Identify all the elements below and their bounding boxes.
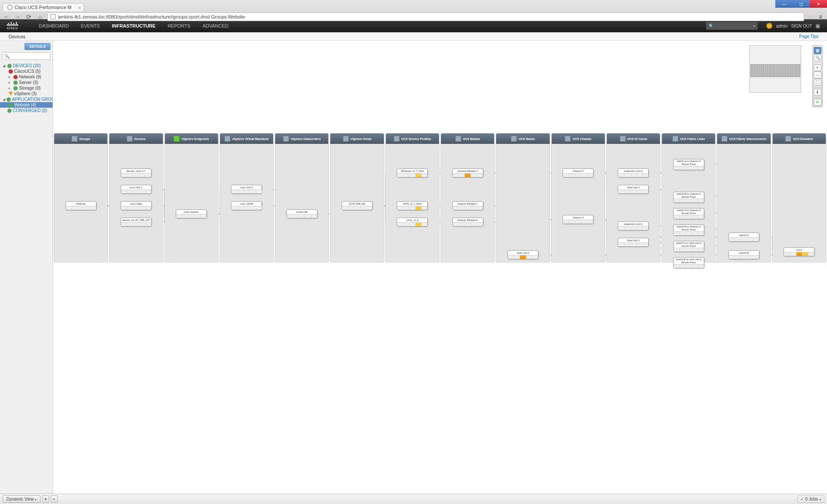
topology-node[interactable]: Austin-lab [286, 209, 317, 218]
topology-node[interactable]: chassis-4/blade-7 [452, 168, 483, 177]
username[interactable]: admin [776, 24, 787, 28]
signout-icon[interactable]: ▣ [815, 23, 820, 29]
topology-node[interactable]: device_10_87_208_167 [121, 218, 152, 227]
window-minimize[interactable]: — [775, 0, 793, 8]
column-body: rack-unit-2 [496, 144, 549, 262]
topology-node[interactable]: ucs1-rls1-1 [231, 185, 262, 194]
export-icon[interactable]: ⬇ [814, 89, 821, 96]
node-status-pills [453, 222, 483, 226]
topology-node[interactable]: switch-B to rack-unit-2 Server Ports [673, 257, 704, 268]
tab-close-icon[interactable]: × [78, 5, 81, 10]
topology-node[interactable]: expansion-slot-1 [618, 221, 649, 230]
tree-vsphere[interactable]: vSphere (3) [2, 91, 51, 96]
topology-node[interactable]: fixed-slot-1 [618, 238, 649, 247]
nav-reports[interactable]: REPORTS [168, 23, 190, 28]
add-button[interactable]: + [42, 495, 49, 503]
topology-node[interactable]: chassis-3/blade-7 [452, 201, 483, 210]
topology-node[interactable]: switch-B [728, 250, 759, 259]
window-close[interactable]: ✕ [810, 0, 827, 8]
column-header: UCS Fabric Links [662, 134, 715, 144]
topology-node[interactable]: device_ucs1-4-7 [121, 168, 152, 177]
signout-link[interactable]: SIGN OUT [791, 24, 812, 28]
fit-icon[interactable]: ⛶ [814, 79, 821, 86]
view-selector[interactable]: Dynamic View ▾ [3, 495, 40, 503]
topology-node[interactable]: switch-A to chassis-4 Server Ports [673, 159, 704, 170]
node-status-pills [176, 214, 206, 218]
topology-node[interactable]: ucs1-16GB [231, 201, 262, 210]
nav-infrastructure[interactable]: INFRASTRUCTURE [112, 23, 155, 28]
topology-node[interactable]: expansion-slot-1 [618, 168, 649, 177]
tree-website[interactable]: Website (4) [0, 102, 53, 108]
topology-node[interactable]: ucs1 [783, 247, 815, 256]
sidebar-search[interactable]: 🔍 [2, 52, 50, 60]
node-label: switch-B [729, 251, 759, 255]
diagram-canvas[interactable]: GroupsWebsiteDevicesdevice_ucs1-4-7ucs1-… [53, 41, 827, 495]
forward-icon[interactable]: → [14, 13, 22, 21]
topology-node[interactable]: ESXi_3_7_SAN [397, 201, 428, 210]
global-search[interactable]: 🔍 ▾ [706, 22, 758, 30]
zoom-tool-icon[interactable]: 🔍 [814, 54, 821, 61]
node-label: switch-B to rack-unit-2 Server Ports [674, 258, 704, 264]
node-status-pills [287, 214, 317, 218]
column-body: 10.87.208.166 [330, 144, 383, 262]
chevron-up-icon: ▴ [820, 498, 821, 501]
topology-node[interactable]: fixed-slot-1 [618, 185, 649, 194]
zoom-out-icon[interactable]: − [814, 72, 821, 78]
topology-node[interactable]: ucs1-vcenter [176, 209, 207, 218]
topology-node[interactable]: ucs1-16gb [121, 201, 152, 210]
tree-converged[interactable]: ◢CONVERGED (0) [2, 108, 51, 113]
tree-server[interactable]: ▸Server (3) [2, 80, 51, 85]
topology-node[interactable]: chassis-3/blade-6 [452, 218, 483, 227]
column-icon [127, 136, 133, 142]
topology-node[interactable]: switch-B to chassis-3 Server Ports [673, 224, 704, 236]
topology-node[interactable]: 10.87.208.166 [342, 201, 373, 210]
topology-node[interactable]: switch-A to chassis-3 Server Ports [673, 208, 704, 219]
tree-ciscoucs[interactable]: CiscoUCS (5) [2, 68, 51, 74]
remove-button[interactable]: − [51, 495, 58, 503]
node-status-pills [397, 222, 427, 226]
select-tool-icon[interactable]: ▦ [814, 47, 821, 54]
tree-storage[interactable]: ▸Storage (0) [2, 85, 51, 91]
jobs-indicator[interactable]: ✓ 0 Jobs ▴ [797, 495, 824, 503]
page-title: Devices [9, 34, 25, 39]
page-tips-link[interactable]: Page Tips [799, 34, 818, 39]
node-status-pills [618, 226, 648, 230]
column-2: vSphere Endpointsucs1-vcenter [165, 133, 218, 262]
column-header: vSphere Hosts [330, 134, 383, 144]
topology-node[interactable]: ucs1-rls1-1 [121, 185, 152, 194]
node-status-pills [453, 173, 483, 177]
topology-node[interactable]: switch-B to chassis-4 Server Ports [673, 192, 704, 203]
tree-network[interactable]: ▸Network (9) [2, 74, 51, 80]
column-body: expansion-slot-1fixed-slot-1expansion-sl… [607, 144, 660, 262]
nav-dashboard[interactable]: DASHBOARD [39, 23, 69, 28]
topology-node[interactable]: switch-A [728, 233, 759, 242]
topology-node[interactable]: rack-unit-2 [507, 250, 538, 259]
nav-advanced[interactable]: ADVANCED [202, 23, 228, 28]
topology-node[interactable]: Windows_4_7_SAN [397, 168, 428, 177]
minimap[interactable] [749, 45, 801, 93]
topology-node[interactable]: chassis-3 [563, 215, 594, 224]
topology-node[interactable]: chassis-4 [563, 168, 594, 177]
node-status-pills [729, 237, 759, 241]
nav-events[interactable]: EVENTS [81, 23, 100, 28]
url-input[interactable]: jenkins-tb1.zenoss.loc:8080/zport/dmd/it… [47, 12, 804, 21]
topology-node[interactable]: Website [65, 201, 96, 210]
refresh-icon[interactable]: ⟳ [814, 99, 821, 106]
window-maximize[interactable]: ◻ [793, 0, 810, 8]
column-header: UCS Domains [773, 134, 826, 144]
zoom-in-icon[interactable]: + [814, 64, 821, 71]
tree-appgroups[interactable]: ◢APPLICATION GROUPS (4) [2, 96, 51, 102]
home-icon[interactable]: ⌂ [36, 13, 44, 21]
details-button[interactable]: DETAILS [25, 43, 50, 50]
menu-icon[interactable]: ≡ [817, 13, 824, 21]
node-label: fixed-slot-1 [618, 185, 648, 190]
tree-devices[interactable]: ◢DEVICES (20) [2, 63, 51, 68]
column-header: UCS Chassis [552, 134, 605, 144]
node-status-pills [618, 173, 648, 177]
reload-icon[interactable]: ⟳ [25, 13, 33, 21]
browser-tab[interactable]: Cisco UCS Performance M × [3, 3, 84, 11]
topology-node[interactable]: switch-A to rack-unit-2 Server Ports [673, 241, 704, 252]
topology-node[interactable]: Linux_3_6 [397, 218, 428, 227]
bookmark-icon[interactable]: ☆ [808, 13, 813, 20]
back-icon[interactable]: ← [3, 13, 10, 21]
